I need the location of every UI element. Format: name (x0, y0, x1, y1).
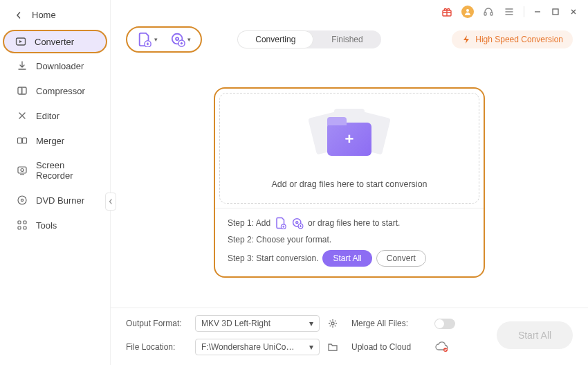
file-location-label: File Location: (126, 342, 188, 352)
sidebar: Home Converter Downloader Compressor (0, 0, 111, 365)
svg-rect-16 (553, 9, 558, 15)
maximize-button[interactable] (551, 7, 560, 17)
svg-rect-10 (18, 226, 21, 229)
close-button[interactable] (569, 7, 578, 17)
dropzone-area[interactable]: + Add or drag files here to start conver… (219, 93, 479, 204)
dvd-burner-icon (17, 195, 28, 206)
sidebar-item-merger[interactable]: Merger (4, 129, 106, 152)
chevron-down-icon: ▾ (309, 319, 313, 328)
output-format-select[interactable]: MKV 3D Left-Right ▾ (195, 315, 320, 332)
upload-cloud-icon[interactable] (434, 341, 476, 353)
convert-example-button: Convert (376, 250, 426, 267)
svg-rect-14 (484, 12, 486, 15)
user-avatar-icon[interactable] (461, 6, 474, 18)
svg-rect-11 (24, 226, 26, 229)
output-format-label: Output Format: (126, 319, 188, 328)
upload-cloud-label: Upload to Cloud (351, 342, 428, 352)
tab-converting[interactable]: Converting (237, 30, 313, 48)
step1-post: or drag files here to start. (308, 218, 400, 228)
start-all-button[interactable]: Start All (497, 321, 573, 349)
bolt-icon (461, 35, 471, 44)
svg-point-19 (176, 37, 178, 40)
converter-icon (15, 36, 26, 47)
svg-point-7 (21, 199, 23, 201)
step-1: Step 1: Add or drag files here to start. (228, 217, 471, 229)
home-back[interactable]: Home (0, 4, 110, 30)
svg-rect-15 (490, 12, 493, 15)
menu-icon[interactable] (503, 6, 515, 18)
sidebar-item-label: Downloader (36, 61, 84, 71)
sidebar-item-dvd-burner[interactable]: DVD Burner (4, 188, 106, 212)
merger-icon (17, 135, 28, 146)
sidebar-item-label: Converter (35, 37, 74, 47)
high-speed-badge[interactable]: High Speed Conversion (452, 30, 573, 48)
file-location-value: F:\Wondershare UniConverter 1 (201, 342, 298, 352)
svg-point-5 (21, 169, 24, 172)
content: + Add or drag files here to start conver… (111, 55, 588, 308)
headset-icon[interactable] (482, 6, 495, 18)
step3-text: Step 3: Start conversion. (228, 253, 318, 263)
svg-rect-4 (18, 167, 26, 173)
sidebar-item-label: Tools (36, 220, 57, 231)
sidebar-item-converter[interactable]: Converter (3, 30, 107, 53)
sidebar-item-tools[interactable]: Tools (4, 213, 106, 237)
folder-illustration: + (308, 112, 391, 167)
plus-icon: + (345, 130, 354, 148)
tools-icon (17, 220, 28, 231)
output-format-value: MKV 3D Left-Right (201, 319, 270, 328)
add-dvd-button[interactable]: ▾ (170, 32, 191, 47)
svg-point-13 (466, 9, 469, 12)
svg-rect-8 (18, 221, 21, 224)
nav: Converter Downloader Compressor Editor (0, 30, 110, 238)
chevron-down-icon: ▾ (187, 36, 191, 43)
downloader-icon (17, 60, 28, 71)
chevron-down-icon: ▾ (154, 36, 158, 43)
toolbar: ▾ ▾ Converting Finished High Speed Conve… (111, 24, 588, 55)
home-label: Home (32, 10, 56, 20)
tab-segment: Converting Finished (237, 30, 380, 48)
steps: Step 1: Add or drag files here to start.… (215, 208, 484, 276)
sidebar-item-editor[interactable]: Editor (4, 104, 106, 127)
add-file-button[interactable]: ▾ (137, 32, 158, 47)
step1-pre: Step 1: Add (228, 218, 270, 228)
dropzone-prompt: Add or drag files here to start conversi… (271, 179, 427, 189)
open-folder-icon[interactable] (327, 341, 339, 353)
main: ▾ ▾ Converting Finished High Speed Conve… (111, 0, 588, 365)
svg-point-25 (331, 322, 334, 325)
chevron-down-icon: ▾ (309, 342, 313, 352)
svg-point-6 (18, 196, 26, 204)
merge-label: Merge All Files: (351, 319, 428, 328)
add-file-icon (275, 217, 287, 229)
merge-toggle[interactable] (434, 319, 455, 329)
screen-recorder-icon (17, 165, 28, 176)
bottom-bar: Output Format: MKV 3D Left-Right ▾ Merge… (111, 308, 588, 365)
gift-icon[interactable] (441, 6, 453, 18)
add-dvd-icon (291, 217, 304, 229)
svg-rect-3 (23, 138, 27, 143)
file-location-select[interactable]: F:\Wondershare UniConverter 1 ▾ (195, 339, 320, 355)
high-speed-label: High Speed Conversion (475, 35, 563, 44)
svg-point-23 (296, 222, 298, 224)
sidebar-item-downloader[interactable]: Downloader (4, 54, 106, 78)
compressor-icon (17, 85, 28, 96)
step-2: Step 2: Choose your format. (228, 235, 471, 244)
titlebar (111, 0, 588, 24)
add-button-group: ▾ ▾ (126, 26, 202, 53)
sidebar-item-compressor[interactable]: Compressor (4, 79, 106, 103)
svg-rect-9 (24, 221, 26, 224)
editor-icon (17, 110, 28, 121)
settings-gear-icon[interactable] (327, 317, 339, 330)
dropzone: + Add or drag files here to start conver… (214, 87, 485, 278)
sidebar-item-screen-recorder[interactable]: Screen Recorder (4, 154, 106, 187)
start-all-example-button: Start All (322, 250, 371, 267)
sidebar-item-label: DVD Burner (36, 195, 84, 206)
step-3: Step 3: Start conversion. Start All Conv… (228, 250, 471, 267)
chevron-left-icon (15, 12, 22, 19)
sidebar-item-label: Screen Recorder (36, 160, 93, 181)
tab-finished[interactable]: Finished (313, 30, 380, 48)
minimize-button[interactable] (533, 7, 542, 17)
sidebar-item-label: Compressor (36, 86, 85, 96)
sidebar-item-label: Merger (36, 136, 64, 146)
sidebar-item-label: Editor (36, 111, 59, 121)
svg-rect-2 (18, 138, 22, 143)
